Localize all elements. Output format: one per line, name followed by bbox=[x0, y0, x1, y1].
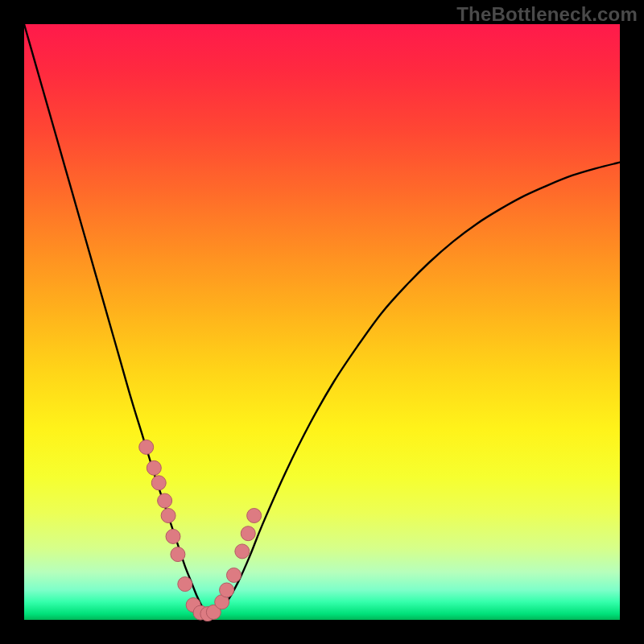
marker-dot bbox=[147, 460, 161, 475]
marker-dot bbox=[161, 509, 175, 523]
marker-dot bbox=[220, 583, 234, 597]
marker-dot bbox=[158, 493, 172, 508]
marker-dot bbox=[235, 544, 250, 559]
marker-dot bbox=[171, 547, 185, 562]
highlight-markers bbox=[139, 440, 262, 621]
watermark-text: TheBottleneck.com bbox=[456, 3, 638, 26]
plot-area bbox=[24, 24, 620, 620]
curve-svg bbox=[24, 24, 620, 620]
marker-dot bbox=[241, 526, 255, 541]
marker-dot bbox=[166, 529, 180, 543]
marker-dot bbox=[178, 577, 192, 592]
marker-dot bbox=[151, 476, 166, 490]
marker-dot bbox=[247, 509, 262, 523]
marker-dot bbox=[139, 440, 154, 454]
bottleneck-curve bbox=[24, 24, 620, 614]
chart-stage: TheBottleneck.com bbox=[0, 0, 644, 644]
marker-dot bbox=[226, 568, 241, 583]
